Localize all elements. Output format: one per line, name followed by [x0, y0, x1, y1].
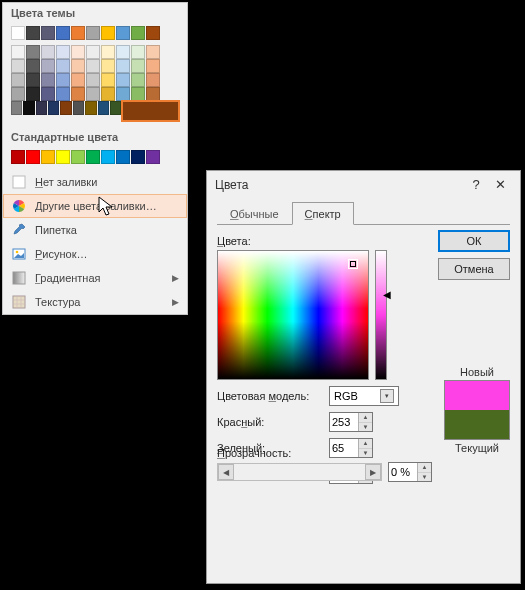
close-button[interactable]: ✕ — [488, 177, 512, 192]
eyedropper-item[interactable]: Пипетка — [3, 218, 187, 242]
theme-swatch[interactable] — [71, 45, 85, 59]
spin-down-icon[interactable]: ▼ — [418, 473, 431, 482]
theme-swatch[interactable] — [41, 45, 55, 59]
theme-swatch[interactable] — [86, 87, 100, 101]
theme-swatch[interactable] — [131, 87, 145, 101]
theme-swatch[interactable] — [11, 26, 25, 40]
theme-swatch[interactable] — [101, 45, 115, 59]
theme-swatch[interactable] — [56, 59, 70, 73]
standard-swatch[interactable] — [86, 150, 100, 164]
theme-swatch[interactable] — [26, 73, 40, 87]
help-button[interactable]: ? — [464, 177, 488, 192]
theme-swatch[interactable] — [86, 45, 100, 59]
theme-swatch[interactable] — [23, 101, 34, 115]
cancel-button[interactable]: Отмена — [438, 258, 510, 280]
theme-swatch[interactable] — [146, 59, 160, 73]
spin-up-icon[interactable]: ▲ — [418, 463, 431, 473]
theme-swatch[interactable] — [86, 59, 100, 73]
theme-swatch[interactable] — [60, 101, 71, 115]
theme-swatch[interactable] — [11, 45, 25, 59]
theme-swatch[interactable] — [101, 73, 115, 87]
theme-swatch[interactable] — [56, 45, 70, 59]
theme-swatch[interactable] — [146, 26, 160, 40]
theme-swatch[interactable] — [26, 87, 40, 101]
theme-swatch[interactable] — [116, 59, 130, 73]
theme-swatch[interactable] — [131, 73, 145, 87]
transparency-slider[interactable]: ◀ ▶ — [217, 463, 382, 481]
color-model-select[interactable]: RGB ▾ — [329, 386, 399, 406]
more-fill-colors-item[interactable]: Другие цвета заливки… — [3, 194, 187, 218]
theme-swatch[interactable] — [41, 59, 55, 73]
standard-swatch[interactable] — [71, 150, 85, 164]
standard-swatch[interactable] — [41, 150, 55, 164]
luminance-slider[interactable] — [375, 250, 387, 380]
fill-color-menu: Цвета темы Стандартные цвета Нет заливки… — [2, 2, 188, 315]
luminance-pointer-icon[interactable]: ◀ — [383, 289, 391, 300]
theme-swatch[interactable] — [116, 45, 130, 59]
theme-swatch[interactable] — [98, 101, 109, 115]
theme-swatch[interactable] — [122, 101, 179, 121]
spin-up-icon[interactable]: ▲ — [359, 413, 372, 423]
scroll-left-icon[interactable]: ◀ — [218, 464, 234, 480]
svg-rect-0 — [13, 176, 25, 188]
theme-swatch[interactable] — [86, 26, 100, 40]
theme-swatch[interactable] — [101, 87, 115, 101]
theme-swatch[interactable] — [131, 59, 145, 73]
texture-icon — [11, 294, 27, 310]
scroll-right-icon[interactable]: ▶ — [365, 464, 381, 480]
eyedropper-icon — [11, 222, 27, 238]
theme-swatch[interactable] — [41, 87, 55, 101]
ok-button[interactable]: ОК — [438, 230, 510, 252]
standard-swatch[interactable] — [101, 150, 115, 164]
theme-swatch[interactable] — [73, 101, 84, 115]
theme-swatch[interactable] — [86, 73, 100, 87]
theme-swatch[interactable] — [101, 26, 115, 40]
theme-swatch[interactable] — [11, 87, 25, 101]
standard-swatch[interactable] — [131, 150, 145, 164]
standard-swatch[interactable] — [26, 150, 40, 164]
theme-swatch[interactable] — [71, 59, 85, 73]
theme-swatch[interactable] — [131, 45, 145, 59]
tab-standard[interactable]: Обычные — [217, 202, 292, 225]
picture-item[interactable]: Рисунок… — [3, 242, 187, 266]
tab-spectrum[interactable]: Спектр — [292, 202, 354, 225]
theme-swatch[interactable] — [48, 101, 59, 115]
spectrum-picker[interactable] — [217, 250, 369, 380]
theme-swatch[interactable] — [56, 26, 70, 40]
texture-item[interactable]: Текстура ▶ — [3, 290, 187, 314]
theme-swatch[interactable] — [146, 87, 160, 101]
theme-swatch[interactable] — [36, 101, 47, 115]
gradient-item[interactable]: Градиентная ▶ — [3, 266, 187, 290]
theme-swatch[interactable] — [71, 87, 85, 101]
theme-swatch[interactable] — [41, 73, 55, 87]
theme-swatch[interactable] — [56, 87, 70, 101]
theme-swatch[interactable] — [71, 73, 85, 87]
theme-swatch[interactable] — [26, 59, 40, 73]
no-fill-item[interactable]: Нет заливки — [3, 170, 187, 194]
theme-swatch[interactable] — [131, 26, 145, 40]
theme-swatch[interactable] — [146, 45, 160, 59]
standard-swatch[interactable] — [11, 150, 25, 164]
theme-swatch[interactable] — [56, 73, 70, 87]
theme-swatch[interactable] — [116, 73, 130, 87]
theme-swatch[interactable] — [110, 101, 121, 115]
theme-swatch[interactable] — [116, 87, 130, 101]
theme-swatch[interactable] — [11, 73, 25, 87]
transparency-spinner[interactable]: ▲▼ — [388, 462, 432, 482]
theme-swatch[interactable] — [101, 59, 115, 73]
standard-swatch[interactable] — [116, 150, 130, 164]
standard-swatch[interactable] — [56, 150, 70, 164]
theme-swatch[interactable] — [26, 45, 40, 59]
theme-swatch[interactable] — [11, 59, 25, 73]
spectrum-crosshair[interactable] — [348, 259, 358, 269]
theme-swatch[interactable] — [146, 73, 160, 87]
standard-swatch[interactable] — [146, 150, 160, 164]
theme-swatch[interactable] — [26, 26, 40, 40]
theme-swatch[interactable] — [85, 101, 96, 115]
theme-swatch[interactable] — [116, 26, 130, 40]
theme-swatch[interactable] — [71, 26, 85, 40]
red-spinner[interactable]: ▲▼ — [329, 412, 373, 432]
theme-swatch[interactable] — [11, 101, 22, 115]
spin-down-icon[interactable]: ▼ — [359, 423, 372, 432]
theme-swatch[interactable] — [41, 26, 55, 40]
